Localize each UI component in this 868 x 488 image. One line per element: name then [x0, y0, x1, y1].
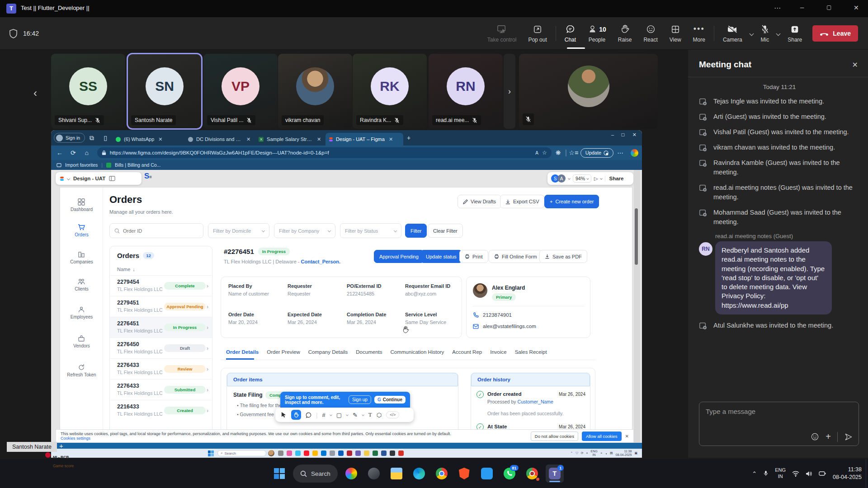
chrome-profile-icon[interactable] — [523, 465, 541, 483]
sidebar-item-dashboard[interactable]: Dashboard — [60, 198, 103, 212]
order-id-search[interactable] — [109, 223, 203, 238]
tab-order-preview[interactable]: Order Preview — [267, 349, 300, 355]
whatsapp-icon[interactable]: 81 — [500, 465, 519, 483]
sidebar-item-companies[interactable]: Companies — [60, 251, 103, 264]
battery-pen-icon[interactable] — [819, 471, 826, 476]
deny-cookies-button[interactable]: Do not allow cookies — [531, 432, 578, 441]
update-browser-button[interactable]: Update — [580, 148, 613, 158]
chat-close-icon[interactable]: ✕ — [852, 61, 858, 69]
tab-account-rep[interactable]: Account Rep — [452, 349, 482, 355]
order-row[interactable]: 2276433TL Flex Holdings LLCReview› — [110, 358, 212, 379]
collaborators-chevron[interactable] — [568, 177, 571, 180]
shared-system-tray[interactable]: ⌃⛉⟳⌖ ENGIN 🕾◖▤ 11:3808-04-2025 ▣ — [571, 450, 637, 457]
tray-mic-icon[interactable] — [763, 470, 769, 477]
comment-tool-icon[interactable] — [306, 412, 311, 418]
mic-button[interactable]: Mic — [755, 17, 775, 50]
gallery-next-chevron[interactable]: › — [504, 54, 515, 129]
wifi-icon[interactable] — [792, 471, 799, 477]
present-icon[interactable]: ▷ — [594, 176, 598, 182]
chat-message-list[interactable]: Today 11:21 Tejas Ingle was invited to t… — [688, 77, 868, 397]
component-tool-icon[interactable]: ⬡ — [377, 412, 382, 418]
signup-button[interactable]: Sign up — [349, 395, 371, 404]
app-icon-dark[interactable] — [365, 465, 383, 483]
shared-taskbar-icons[interactable] — [278, 450, 404, 456]
browser-close-icon[interactable]: ✕ — [632, 132, 637, 138]
browser-tab[interactable]: X Sample Salary Structure with calc✕ — [255, 133, 326, 145]
sidebar-item-orders[interactable]: Orders — [60, 224, 103, 237]
filter-status-dropdown[interactable]: Filter by Status — [340, 223, 401, 238]
tab-close-icon[interactable]: ✕ — [245, 136, 251, 142]
attach-plus-icon[interactable]: + — [826, 432, 831, 442]
emoji-icon[interactable] — [811, 432, 819, 441]
allow-cookies-button[interactable]: Allow all cookies — [582, 432, 622, 441]
chat-button[interactable]: Chat — [559, 17, 582, 50]
new-tab-icon[interactable]: + — [407, 134, 410, 141]
tab-documents[interactable]: Documents — [356, 349, 382, 355]
teams-taskbar-icon[interactable]: T 1 — [546, 465, 564, 483]
zoom-control[interactable]: 94% — [573, 174, 591, 183]
figma-share-button[interactable]: Share — [605, 176, 623, 181]
clock[interactable]: 11:3808-04-2025 — [833, 466, 862, 481]
tab-company-details[interactable]: Company Details — [308, 349, 348, 355]
message-composer[interactable]: Type a message + — [699, 402, 859, 446]
mic-options-chevron[interactable] — [775, 17, 782, 50]
tab-invoice[interactable]: Invoice — [490, 349, 506, 355]
people-button[interactable]: 10 People — [582, 17, 612, 50]
chrome-icon[interactable] — [433, 465, 451, 483]
maximize-icon[interactable]: ▢ — [826, 4, 831, 10]
bills-bookmark[interactable]: Bills | Billing and Co... — [115, 162, 160, 168]
tab-communication-history[interactable]: Communication History — [390, 349, 444, 355]
gallery-prev-chevron[interactable]: ‹ — [33, 87, 37, 99]
shared-start-icon[interactable] — [208, 450, 214, 456]
sidebar-item-refresh-token[interactable]: Refresh Token — [60, 364, 103, 377]
minimize-icon[interactable]: – — [800, 3, 804, 11]
update-status-button[interactable]: Update status — [420, 250, 462, 263]
show-desktop-sliver[interactable] — [866, 459, 868, 488]
import-favorites-link[interactable]: Import favorites — [65, 162, 98, 168]
video-tile[interactable]: RN read.ai mee... — [429, 54, 503, 129]
present-chevron[interactable] — [600, 177, 603, 180]
file-explorer-icon[interactable] — [387, 465, 406, 483]
video-tile[interactable]: RK Ravindra K... — [353, 54, 427, 129]
dev-mode-toggle[interactable]: </> — [386, 411, 399, 418]
tray-expand-chevron[interactable]: ⌃ — [752, 470, 757, 477]
collaborator-avatar[interactable]: A — [557, 174, 566, 183]
video-tile[interactable]: SS Shivani Sup... — [51, 54, 125, 129]
sidebar-item-vendors[interactable]: Vendors — [60, 335, 103, 348]
order-row[interactable]: 2279451TL Flex Holdings LLCApproval Pend… — [110, 296, 212, 317]
export-csv-button[interactable]: Export CSV — [500, 195, 544, 208]
tab-close-icon[interactable]: ✕ — [316, 136, 322, 142]
shape-tool-chevron[interactable] — [346, 413, 349, 416]
browser-tab-active[interactable]: Design - UAT – Figma✕ — [326, 133, 403, 145]
copilot-icon[interactable] — [631, 149, 638, 157]
pen-tool-icon[interactable]: ✎ — [353, 412, 358, 418]
filter-domicile-dropdown[interactable]: Filter by Domicile — [208, 223, 269, 238]
window-more-icon[interactable]: ⋯ — [774, 4, 781, 12]
create-order-button[interactable]: +Create new order — [544, 195, 599, 208]
contact-phone[interactable]: 2123874901 — [483, 312, 512, 318]
text-tool-icon[interactable]: T — [368, 411, 372, 418]
edge-icon[interactable] — [410, 465, 428, 483]
print-button[interactable]: Print — [459, 250, 488, 263]
sidebar-item-employees[interactable]: Employees — [60, 306, 103, 319]
close-icon[interactable]: ✕ — [854, 4, 859, 11]
sort-header[interactable]: Name↓ — [110, 265, 212, 276]
home-icon[interactable]: ⌂ — [80, 149, 94, 156]
video-tile[interactable]: VP Vishal Patil ... — [203, 54, 278, 129]
filter-company-dropdown[interactable]: Filter by Company — [274, 223, 335, 238]
extension-icon[interactable]: ❋ — [552, 149, 565, 156]
browser-maximize-icon[interactable]: ▢ — [621, 132, 625, 137]
order-row[interactable]: 2216433TL Flex Holdings LLCCreated› — [110, 400, 212, 421]
filter-button[interactable]: Filter — [405, 224, 427, 238]
tab-actions-icon[interactable]: ⧉ — [85, 134, 99, 142]
hand-tool-icon-active[interactable] — [291, 410, 301, 420]
shape-tool-icon[interactable]: ▢ — [336, 412, 342, 418]
copilot-icon[interactable] — [342, 465, 360, 483]
view-drafts-button[interactable]: View Drafts — [458, 195, 501, 208]
send-icon[interactable] — [844, 432, 853, 441]
shared-search-highlight-image[interactable] — [268, 450, 274, 456]
google-continue-button[interactable]: GContinue — [374, 396, 406, 404]
leave-button[interactable]: Leave — [812, 25, 858, 42]
browser-tab[interactable]: (6) WhatsApp✕ — [112, 133, 184, 145]
settings-dots-icon[interactable]: ⋯ — [613, 149, 627, 156]
